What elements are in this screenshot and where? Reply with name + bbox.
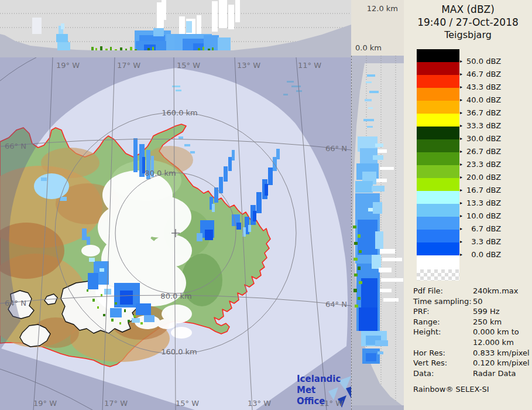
software-credit: Rainbow® SELEX-SI xyxy=(413,385,528,394)
legend-scale-label: ▸46.7 dBZ xyxy=(460,70,501,80)
legend-scale-label: ▸43.3 dBZ xyxy=(460,83,501,93)
top-height-profile-panel xyxy=(0,0,351,58)
legend-scale-label: ▸3.3 dBZ xyxy=(460,237,501,248)
range-ring-label-160-top: 160.0 km xyxy=(162,108,198,117)
lon-label-top-19w: 19° W xyxy=(56,61,80,70)
legend-scale-label: ▸16.7 dBZ xyxy=(460,186,501,196)
lon-label-top-17w: 17° W xyxy=(117,61,140,70)
legend-swatch xyxy=(417,217,459,230)
legend-scale-label: ▸23.3 dBZ xyxy=(460,160,501,170)
profile-echoes-blue xyxy=(56,21,231,50)
legend-swatch xyxy=(417,127,459,139)
lon-label-bottom-17w: 17° W xyxy=(104,399,128,408)
legend-scale-label: ▸10.0 dBZ xyxy=(460,211,501,222)
lon-label-bottom-19w: 19° W xyxy=(33,399,57,408)
top-profile-graphic xyxy=(0,0,351,57)
legend-scale-label: ▸40.0 dBZ xyxy=(460,95,501,106)
legend-swatch xyxy=(417,88,459,101)
range-ring-label-160-bottom: 160.0 km xyxy=(161,347,197,356)
legend-scale-label: ▸13.3 dBZ xyxy=(460,199,501,209)
legend-panel: MAX (dBZ) 19:40 / 27-Oct-2018 Teigsbjarg… xyxy=(404,0,532,410)
legend-swatch xyxy=(417,152,459,165)
product-title: MAX (dBZ) xyxy=(404,3,532,16)
lon-label-top-15w: 15° W xyxy=(177,61,200,70)
metadata-row: PRF:599 Hz xyxy=(413,306,528,317)
legend-swatch xyxy=(417,62,459,75)
legend-scale-label: ▸36.7 dBZ xyxy=(460,108,501,119)
lat-label-right-64n: 64° N xyxy=(325,300,347,309)
met-office-logo-line2: Office xyxy=(297,396,351,407)
radar-display: 12.0 km 0.0 km xyxy=(0,0,532,410)
legend-swatch xyxy=(417,114,459,127)
legend-header: MAX (dBZ) 19:40 / 27-Oct-2018 Teigsbjarg xyxy=(404,3,532,42)
legend-scale-label: ▸20.0 dBZ xyxy=(460,173,501,183)
range-ring-label-80-top: 80.0 km xyxy=(145,169,176,177)
legend-swatch xyxy=(417,204,459,217)
legend-below-zero-band xyxy=(417,255,459,269)
legend-scale-label: ▸26.7 dBZ xyxy=(460,147,501,158)
side-profile-graphic xyxy=(352,56,404,410)
legend-swatch xyxy=(417,178,459,191)
legend-scale-label: ▸0.0 dBZ xyxy=(460,250,501,261)
lon-label-top-13w: 13° W xyxy=(237,61,260,70)
legend-scale-label: ▸30.0 dBZ xyxy=(460,134,501,145)
lon-label-bottom-13w: 13° W xyxy=(248,399,271,408)
metadata-row: Hor Res:0.833 km/pixel xyxy=(413,348,528,358)
out-of-range-band-top xyxy=(352,56,404,63)
lat-label-right-66n: 66° N xyxy=(325,144,347,153)
metadata-row: Time sampling:50 xyxy=(413,296,528,307)
metadata-row: Vert Res:0.120 km/pixel xyxy=(413,358,528,368)
legend-swatch xyxy=(417,49,459,62)
legend-transparent-band xyxy=(417,269,459,281)
legend-swatch xyxy=(417,101,459,114)
metadata-table: Pdf File:240km.maxTime sampling:50PRF:59… xyxy=(413,286,528,378)
radar-station-name: Teigsbjarg xyxy=(404,29,532,42)
out-of-range-band-bottom xyxy=(352,405,404,410)
metadata-row: Data:Radar Data xyxy=(413,368,528,379)
side-height-profile-panel xyxy=(351,56,404,410)
product-datetime: 19:40 / 27-Oct-2018 xyxy=(404,16,532,29)
range-ring-label-80-bottom: 80.0 km xyxy=(160,292,191,300)
lat-label-left-64n: 64° N xyxy=(5,299,26,308)
legend-swatch xyxy=(417,230,459,242)
metadata-row: Height:0.000 km to xyxy=(413,327,528,337)
legend-swatch xyxy=(417,242,459,255)
lat-label-left-66n: 66° N xyxy=(5,142,26,151)
met-office-logo-line1: Icelandic Met xyxy=(297,374,351,396)
met-office-logo-text: Icelandic Met Office xyxy=(297,374,351,407)
legend-scale-label: ▸6.7 dBZ xyxy=(460,224,501,235)
lon-label-top-11w: 11° W xyxy=(298,61,321,70)
legend-scale-label: ▸33.3 dBZ xyxy=(460,121,501,132)
height-axis-max-label: 12.0 km xyxy=(367,4,398,13)
profile-echoes-blue xyxy=(355,74,388,364)
legend-scale-label: ▸50.0 dBZ xyxy=(460,57,501,67)
metadata-row: 12.000 km xyxy=(413,337,528,348)
legend-swatch xyxy=(417,139,459,152)
height-axis-min-label: 0.0 km xyxy=(355,43,382,52)
metadata-row: Range:250 km xyxy=(413,317,528,327)
profile-echoes-white xyxy=(32,0,240,35)
legend-swatch xyxy=(417,75,459,88)
height-axis-corner: 12.0 km 0.0 km xyxy=(351,0,404,56)
legend-swatch xyxy=(417,191,459,204)
legend-swatch xyxy=(417,165,459,178)
profile-echoes-white xyxy=(376,149,403,302)
lon-label-bottom-15w: 15° W xyxy=(176,399,199,408)
radar-map: 19° W 17° W 15° W 13° W 11° W 19° W 17° … xyxy=(0,57,351,410)
metadata-row: Pdf File:240km.max xyxy=(413,286,528,296)
